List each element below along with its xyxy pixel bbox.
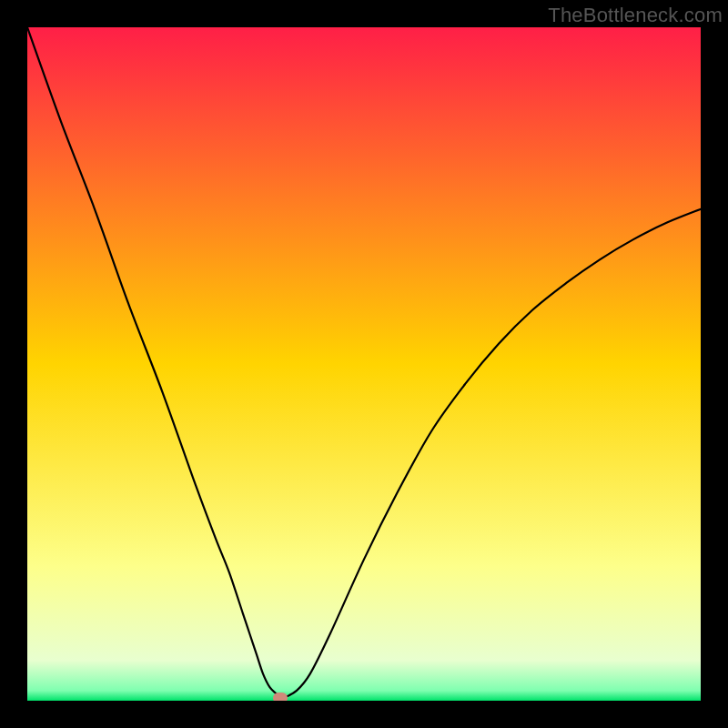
- watermark-text: TheBottleneck.com: [548, 4, 723, 27]
- chart-frame: TheBottleneck.com: [0, 0, 728, 728]
- plot-area: [27, 27, 701, 701]
- minimum-marker: [273, 693, 288, 701]
- bottleneck-curve: [27, 27, 701, 701]
